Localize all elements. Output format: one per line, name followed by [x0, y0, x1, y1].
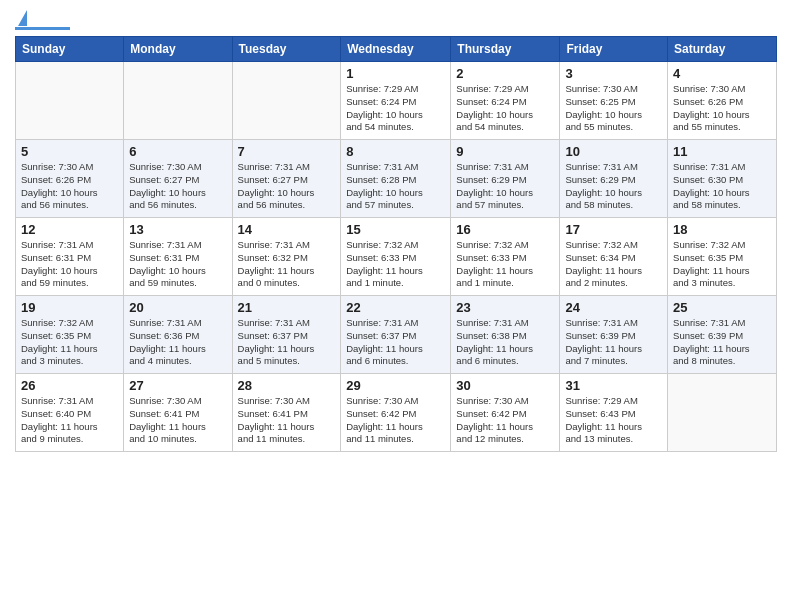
day-info: Sunrise: 7:32 AM Sunset: 6:35 PM Dayligh…	[673, 239, 771, 290]
calendar-cell: 8Sunrise: 7:31 AM Sunset: 6:28 PM Daylig…	[341, 140, 451, 218]
week-row-2: 5Sunrise: 7:30 AM Sunset: 6:26 PM Daylig…	[16, 140, 777, 218]
day-info: Sunrise: 7:31 AM Sunset: 6:30 PM Dayligh…	[673, 161, 771, 212]
day-info: Sunrise: 7:30 AM Sunset: 6:42 PM Dayligh…	[346, 395, 445, 446]
day-info: Sunrise: 7:32 AM Sunset: 6:34 PM Dayligh…	[565, 239, 662, 290]
day-number: 31	[565, 378, 662, 393]
day-number: 15	[346, 222, 445, 237]
day-info: Sunrise: 7:30 AM Sunset: 6:25 PM Dayligh…	[565, 83, 662, 134]
logo-line	[15, 27, 70, 30]
calendar-cell: 15Sunrise: 7:32 AM Sunset: 6:33 PM Dayli…	[341, 218, 451, 296]
day-number: 16	[456, 222, 554, 237]
day-number: 10	[565, 144, 662, 159]
calendar-cell: 29Sunrise: 7:30 AM Sunset: 6:42 PM Dayli…	[341, 374, 451, 452]
calendar-cell: 2Sunrise: 7:29 AM Sunset: 6:24 PM Daylig…	[451, 62, 560, 140]
day-number: 6	[129, 144, 226, 159]
day-info: Sunrise: 7:31 AM Sunset: 6:39 PM Dayligh…	[673, 317, 771, 368]
day-number: 3	[565, 66, 662, 81]
day-info: Sunrise: 7:30 AM Sunset: 6:26 PM Dayligh…	[21, 161, 118, 212]
day-info: Sunrise: 7:31 AM Sunset: 6:37 PM Dayligh…	[346, 317, 445, 368]
calendar-cell: 25Sunrise: 7:31 AM Sunset: 6:39 PM Dayli…	[668, 296, 777, 374]
calendar-cell: 22Sunrise: 7:31 AM Sunset: 6:37 PM Dayli…	[341, 296, 451, 374]
day-number: 14	[238, 222, 336, 237]
calendar-cell: 27Sunrise: 7:30 AM Sunset: 6:41 PM Dayli…	[124, 374, 232, 452]
day-number: 5	[21, 144, 118, 159]
day-number: 2	[456, 66, 554, 81]
weekday-header-saturday: Saturday	[668, 37, 777, 62]
day-info: Sunrise: 7:31 AM Sunset: 6:29 PM Dayligh…	[565, 161, 662, 212]
day-info: Sunrise: 7:31 AM Sunset: 6:29 PM Dayligh…	[456, 161, 554, 212]
calendar-cell	[668, 374, 777, 452]
day-number: 12	[21, 222, 118, 237]
calendar-cell: 6Sunrise: 7:30 AM Sunset: 6:27 PM Daylig…	[124, 140, 232, 218]
day-number: 30	[456, 378, 554, 393]
day-number: 24	[565, 300, 662, 315]
day-info: Sunrise: 7:29 AM Sunset: 6:24 PM Dayligh…	[346, 83, 445, 134]
weekday-header-wednesday: Wednesday	[341, 37, 451, 62]
header	[15, 10, 777, 30]
logo-triangle-icon	[18, 10, 27, 26]
calendar-cell: 28Sunrise: 7:30 AM Sunset: 6:41 PM Dayli…	[232, 374, 341, 452]
day-number: 27	[129, 378, 226, 393]
calendar-cell: 9Sunrise: 7:31 AM Sunset: 6:29 PM Daylig…	[451, 140, 560, 218]
day-number: 8	[346, 144, 445, 159]
day-number: 19	[21, 300, 118, 315]
day-info: Sunrise: 7:31 AM Sunset: 6:38 PM Dayligh…	[456, 317, 554, 368]
day-info: Sunrise: 7:32 AM Sunset: 6:33 PM Dayligh…	[346, 239, 445, 290]
calendar-cell: 16Sunrise: 7:32 AM Sunset: 6:33 PM Dayli…	[451, 218, 560, 296]
day-number: 26	[21, 378, 118, 393]
calendar-cell: 1Sunrise: 7:29 AM Sunset: 6:24 PM Daylig…	[341, 62, 451, 140]
day-number: 13	[129, 222, 226, 237]
calendar-cell	[232, 62, 341, 140]
day-number: 1	[346, 66, 445, 81]
day-info: Sunrise: 7:30 AM Sunset: 6:41 PM Dayligh…	[238, 395, 336, 446]
weekday-header-friday: Friday	[560, 37, 668, 62]
day-info: Sunrise: 7:30 AM Sunset: 6:42 PM Dayligh…	[456, 395, 554, 446]
calendar-cell: 21Sunrise: 7:31 AM Sunset: 6:37 PM Dayli…	[232, 296, 341, 374]
day-info: Sunrise: 7:31 AM Sunset: 6:36 PM Dayligh…	[129, 317, 226, 368]
calendar-table: SundayMondayTuesdayWednesdayThursdayFrid…	[15, 36, 777, 452]
weekday-header-thursday: Thursday	[451, 37, 560, 62]
day-number: 4	[673, 66, 771, 81]
day-info: Sunrise: 7:31 AM Sunset: 6:27 PM Dayligh…	[238, 161, 336, 212]
day-info: Sunrise: 7:29 AM Sunset: 6:43 PM Dayligh…	[565, 395, 662, 446]
calendar-cell: 5Sunrise: 7:30 AM Sunset: 6:26 PM Daylig…	[16, 140, 124, 218]
page: SundayMondayTuesdayWednesdayThursdayFrid…	[0, 0, 792, 462]
day-number: 18	[673, 222, 771, 237]
calendar-cell: 11Sunrise: 7:31 AM Sunset: 6:30 PM Dayli…	[668, 140, 777, 218]
day-info: Sunrise: 7:31 AM Sunset: 6:31 PM Dayligh…	[129, 239, 226, 290]
day-info: Sunrise: 7:32 AM Sunset: 6:33 PM Dayligh…	[456, 239, 554, 290]
day-number: 29	[346, 378, 445, 393]
week-row-4: 19Sunrise: 7:32 AM Sunset: 6:35 PM Dayli…	[16, 296, 777, 374]
day-info: Sunrise: 7:30 AM Sunset: 6:27 PM Dayligh…	[129, 161, 226, 212]
weekday-header-sunday: Sunday	[16, 37, 124, 62]
calendar-cell: 23Sunrise: 7:31 AM Sunset: 6:38 PM Dayli…	[451, 296, 560, 374]
day-number: 7	[238, 144, 336, 159]
day-info: Sunrise: 7:32 AM Sunset: 6:35 PM Dayligh…	[21, 317, 118, 368]
day-info: Sunrise: 7:31 AM Sunset: 6:28 PM Dayligh…	[346, 161, 445, 212]
weekday-header-tuesday: Tuesday	[232, 37, 341, 62]
day-number: 28	[238, 378, 336, 393]
day-number: 20	[129, 300, 226, 315]
day-info: Sunrise: 7:31 AM Sunset: 6:37 PM Dayligh…	[238, 317, 336, 368]
calendar-cell: 20Sunrise: 7:31 AM Sunset: 6:36 PM Dayli…	[124, 296, 232, 374]
calendar-cell: 17Sunrise: 7:32 AM Sunset: 6:34 PM Dayli…	[560, 218, 668, 296]
calendar-cell: 10Sunrise: 7:31 AM Sunset: 6:29 PM Dayli…	[560, 140, 668, 218]
logo	[15, 10, 70, 30]
day-info: Sunrise: 7:31 AM Sunset: 6:39 PM Dayligh…	[565, 317, 662, 368]
calendar-cell	[124, 62, 232, 140]
calendar-cell: 18Sunrise: 7:32 AM Sunset: 6:35 PM Dayli…	[668, 218, 777, 296]
day-number: 11	[673, 144, 771, 159]
day-info: Sunrise: 7:31 AM Sunset: 6:40 PM Dayligh…	[21, 395, 118, 446]
day-number: 25	[673, 300, 771, 315]
calendar-cell: 3Sunrise: 7:30 AM Sunset: 6:25 PM Daylig…	[560, 62, 668, 140]
calendar-cell	[16, 62, 124, 140]
week-row-5: 26Sunrise: 7:31 AM Sunset: 6:40 PM Dayli…	[16, 374, 777, 452]
day-number: 21	[238, 300, 336, 315]
calendar-cell: 7Sunrise: 7:31 AM Sunset: 6:27 PM Daylig…	[232, 140, 341, 218]
weekday-header-monday: Monday	[124, 37, 232, 62]
calendar-cell: 14Sunrise: 7:31 AM Sunset: 6:32 PM Dayli…	[232, 218, 341, 296]
week-row-1: 1Sunrise: 7:29 AM Sunset: 6:24 PM Daylig…	[16, 62, 777, 140]
calendar-cell: 31Sunrise: 7:29 AM Sunset: 6:43 PM Dayli…	[560, 374, 668, 452]
day-info: Sunrise: 7:29 AM Sunset: 6:24 PM Dayligh…	[456, 83, 554, 134]
day-info: Sunrise: 7:31 AM Sunset: 6:31 PM Dayligh…	[21, 239, 118, 290]
